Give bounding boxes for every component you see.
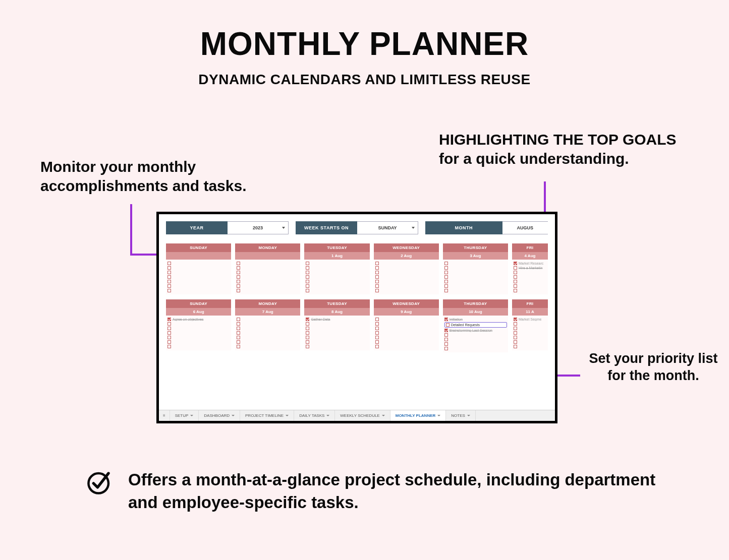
tabs-menu-icon[interactable]: ≡ <box>159 410 170 421</box>
checkbox-icon[interactable] <box>444 318 448 321</box>
checkbox-icon[interactable] <box>306 318 309 321</box>
task-row[interactable] <box>167 271 230 274</box>
checkbox-icon[interactable] <box>237 327 240 330</box>
task-row[interactable] <box>237 331 299 335</box>
task-row[interactable] <box>306 262 368 265</box>
checkbox-icon[interactable] <box>306 340 309 344</box>
sheet-tab[interactable]: WEEKLY SCHEDULE <box>335 410 390 421</box>
task-row[interactable] <box>514 331 547 335</box>
checkbox-icon[interactable] <box>375 331 379 335</box>
task-row[interactable] <box>444 338 507 341</box>
task-row[interactable] <box>306 336 368 339</box>
task-row[interactable] <box>306 275 368 279</box>
checkbox-icon[interactable] <box>375 345 379 348</box>
checkbox-icon[interactable] <box>237 284 240 288</box>
task-row[interactable] <box>375 289 438 292</box>
task-row[interactable]: Gather Data <box>306 318 368 321</box>
checkbox-icon[interactable] <box>514 336 517 339</box>
task-row[interactable] <box>306 289 368 292</box>
task-row[interactable] <box>444 266 507 270</box>
task-row[interactable] <box>306 280 368 283</box>
checkbox-icon[interactable] <box>514 345 517 348</box>
task-row[interactable] <box>237 318 299 321</box>
task-row[interactable] <box>375 275 438 279</box>
task-row[interactable] <box>444 289 507 292</box>
checkbox-icon[interactable] <box>306 331 309 335</box>
month-selector[interactable]: MONTH AUGUS <box>425 221 548 234</box>
task-row[interactable] <box>306 345 368 348</box>
task-row[interactable]: Agree on objectives <box>167 318 230 321</box>
task-row[interactable] <box>237 266 299 270</box>
checkbox-icon[interactable] <box>514 340 517 344</box>
checkbox-icon[interactable] <box>167 271 171 274</box>
task-row[interactable] <box>444 275 507 279</box>
checkbox-icon[interactable] <box>237 322 240 326</box>
sheet-tab[interactable]: PROJECT TIMELINE <box>240 410 294 421</box>
task-row[interactable] <box>514 280 547 283</box>
task-row[interactable] <box>167 266 230 270</box>
checkbox-icon[interactable] <box>167 284 171 288</box>
checkbox-icon[interactable] <box>237 275 240 279</box>
task-row[interactable] <box>237 284 299 288</box>
checkbox-icon[interactable] <box>306 289 309 292</box>
task-row[interactable] <box>514 284 547 288</box>
checkbox-icon[interactable] <box>167 289 171 292</box>
checkbox-icon[interactable] <box>306 345 309 348</box>
task-row[interactable] <box>167 322 230 326</box>
task-row[interactable] <box>375 327 438 330</box>
task-row[interactable] <box>237 327 299 330</box>
checkbox-icon[interactable] <box>306 275 309 279</box>
task-row[interactable] <box>237 275 299 279</box>
task-row[interactable] <box>167 331 230 335</box>
task-row[interactable] <box>375 322 438 326</box>
checkbox-icon[interactable] <box>514 284 517 288</box>
checkbox-icon[interactable] <box>514 322 517 326</box>
task-row[interactable] <box>375 284 438 288</box>
task-row[interactable] <box>167 284 230 288</box>
task-row[interactable] <box>237 262 299 265</box>
task-row[interactable] <box>444 284 507 288</box>
task-row[interactable]: Brainstorming Last Session <box>444 329 507 332</box>
task-row[interactable] <box>167 336 230 339</box>
checkbox-icon[interactable] <box>444 289 448 292</box>
task-row[interactable] <box>237 289 299 292</box>
task-row[interactable] <box>514 271 547 274</box>
checkbox-icon[interactable] <box>514 271 517 274</box>
checkbox-icon[interactable] <box>167 275 171 279</box>
checkbox-icon[interactable] <box>375 271 379 274</box>
checkbox-icon[interactable] <box>444 275 448 279</box>
sheet-tab[interactable]: DASHBOARD <box>199 410 240 421</box>
task-row[interactable] <box>375 271 438 274</box>
task-row[interactable] <box>167 275 230 279</box>
checkbox-icon[interactable] <box>306 322 309 326</box>
sheet-tab[interactable]: SETUP <box>170 410 199 421</box>
checkbox-icon[interactable] <box>375 336 379 339</box>
checkbox-icon[interactable] <box>444 329 448 332</box>
checkbox-icon[interactable] <box>375 280 379 283</box>
checkbox-icon[interactable] <box>444 284 448 288</box>
task-row[interactable] <box>375 262 438 265</box>
task-row[interactable] <box>444 280 507 283</box>
task-row[interactable] <box>514 345 547 348</box>
checkbox-icon[interactable] <box>167 345 171 348</box>
task-row[interactable] <box>514 340 547 344</box>
checkbox-icon[interactable] <box>444 266 448 270</box>
task-row[interactable] <box>514 289 547 292</box>
task-row[interactable] <box>375 318 438 321</box>
task-row[interactable] <box>306 322 368 326</box>
task-row[interactable] <box>375 345 438 348</box>
task-row[interactable] <box>167 327 230 330</box>
checkbox-icon[interactable] <box>306 266 309 270</box>
task-row[interactable] <box>237 345 299 348</box>
task-row[interactable] <box>237 336 299 339</box>
month-value[interactable]: AUGUS <box>502 221 548 234</box>
task-row[interactable] <box>237 340 299 344</box>
task-row[interactable]: Detailed Requests <box>444 322 507 328</box>
checkbox-icon[interactable] <box>514 262 517 265</box>
checkbox-icon[interactable] <box>375 327 379 330</box>
checkbox-icon[interactable] <box>167 336 171 339</box>
checkbox-icon[interactable] <box>375 262 379 265</box>
checkbox-icon[interactable] <box>167 266 171 270</box>
checkbox-icon[interactable] <box>167 331 171 335</box>
checkbox-icon[interactable] <box>444 280 448 283</box>
